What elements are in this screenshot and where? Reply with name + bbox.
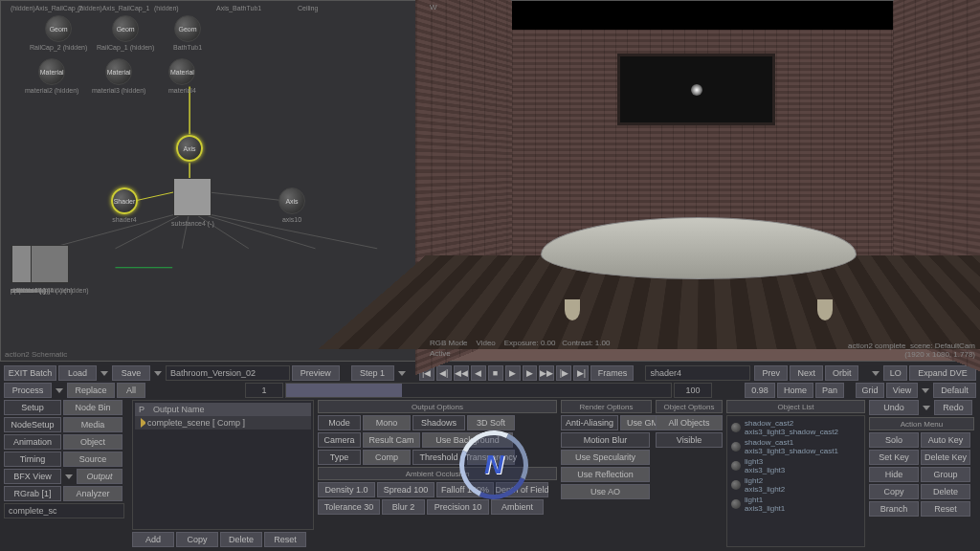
reset-button[interactable]: Reset <box>921 501 970 517</box>
transport-step-fwd-icon[interactable]: ▶ <box>523 365 538 381</box>
usebg-button[interactable]: Use Background <box>422 432 513 448</box>
transport-step-back-icon[interactable]: ◀ <box>471 365 486 381</box>
tab-nodebin[interactable]: Node Bin <box>63 400 122 415</box>
replace-button[interactable]: Replace <box>67 383 115 398</box>
node-substance[interactable]: substance4 (-) <box>171 178 214 227</box>
list-item[interactable]: light3axis3_light3 <box>729 456 862 475</box>
view-button[interactable]: View <box>886 383 918 398</box>
frames-button[interactable]: Frames <box>590 365 634 381</box>
dropdown-icon[interactable] <box>100 371 108 376</box>
tab-bfxview[interactable]: BFX View <box>4 469 61 484</box>
transport-next-icon[interactable]: ▶▶ <box>539 365 554 381</box>
dropdown-icon[interactable] <box>398 371 406 376</box>
process-button[interactable]: Process <box>4 383 52 398</box>
motionblur-button[interactable]: Motion Blur <box>561 432 650 448</box>
transport-stop-icon[interactable]: ■ <box>488 365 503 381</box>
usespec-button[interactable]: Use Specularity <box>561 450 650 465</box>
autokey-button[interactable]: Auto Key <box>921 432 970 448</box>
exit-batch-button[interactable]: EXIT Batch <box>4 365 56 381</box>
falloff-field[interactable]: Falloff 100% <box>436 482 494 497</box>
dropdown-icon[interactable] <box>922 388 929 393</box>
node-material[interactable]: Materialmaterial2 (hidden) <box>25 58 78 94</box>
all-objects-button[interactable]: All Objects <box>656 415 723 430</box>
dropdown-icon[interactable] <box>65 474 73 479</box>
zoom-field[interactable]: 0.98 <box>745 383 775 398</box>
scene-field[interactable]: complete_sc <box>4 503 124 518</box>
group-button[interactable]: Group <box>921 467 970 482</box>
visible-button[interactable]: Visible <box>656 432 723 448</box>
frame-end-field[interactable]: 100 <box>674 383 712 398</box>
add-button[interactable]: Add <box>132 532 174 547</box>
tab-source[interactable]: Source <box>63 452 122 467</box>
node-material[interactable]: Materialmaterial4 <box>168 58 196 94</box>
dropdown-icon[interactable] <box>923 406 930 410</box>
expand-dve-button[interactable]: Expand DVE <box>909 365 976 381</box>
spread-field[interactable]: Spread 100 <box>377 482 434 497</box>
tab-rgrab[interactable]: RGrab [1] <box>4 486 61 501</box>
precision-field[interactable]: Precision 10 <box>427 499 489 515</box>
tolerance-field[interactable]: Tolerance 30 <box>318 499 380 515</box>
dropdown-icon[interactable] <box>154 371 162 376</box>
grid-button[interactable]: Grid <box>856 383 884 398</box>
undo-button[interactable]: Undo <box>869 400 919 415</box>
density-field[interactable]: Density 1.0 <box>318 482 375 497</box>
dropdown-icon[interactable] <box>872 371 880 376</box>
tab-object[interactable]: Object <box>63 434 122 450</box>
node-displacement[interactable]: displacement4 (-) (hidden) <box>11 245 89 294</box>
transport-last-icon[interactable]: ▶| <box>573 365 589 381</box>
list-item[interactable]: shadow_cast1axis3_light3_shadow_cast1 <box>729 437 862 456</box>
pan-button[interactable]: Pan <box>815 383 844 398</box>
node-geom[interactable]: GeomRailCap_2 (hidden) <box>30 15 87 51</box>
scene-name-field[interactable]: Bathroom_Version_02 <box>166 365 290 381</box>
timeline-slider[interactable] <box>285 383 672 398</box>
delete-button[interactable]: Delete <box>220 532 262 547</box>
lo-button[interactable]: LO <box>883 365 907 381</box>
list-item[interactable]: shadow_cast2axis3_light3_shadow_cast2 <box>729 418 862 437</box>
copy-button[interactable]: Copy <box>869 484 919 499</box>
schematic-panel[interactable]: (hidden)Axis_RailCap_2 (hidden)Axis_Rail… <box>0 0 425 362</box>
copy-button[interactable]: Copy <box>176 532 218 547</box>
list-item[interactable]: light1axis3_light1 <box>729 495 862 514</box>
default-button[interactable]: Default <box>933 383 976 398</box>
delete-button[interactable]: Delete <box>921 484 970 499</box>
tab-timing[interactable]: Timing <box>4 452 61 467</box>
tab-analyzer[interactable]: Analyzer <box>63 486 122 501</box>
setkey-button[interactable]: Set Key <box>869 450 919 465</box>
dropdown-icon[interactable] <box>56 388 63 393</box>
useao-button[interactable]: Use AO <box>561 484 650 499</box>
next-button[interactable]: Next <box>790 365 823 381</box>
deletekey-button[interactable]: Delete Key <box>921 450 970 465</box>
transport-prev-icon[interactable]: ◀◀ <box>454 365 469 381</box>
mono-button[interactable]: Mono <box>363 415 411 430</box>
ambient-button[interactable]: Ambient <box>491 499 544 515</box>
redo-button[interactable]: Redo <box>934 400 972 415</box>
tab-nodesetup[interactable]: NodeSetup <box>4 417 61 432</box>
dof-button[interactable]: Depth of Field <box>496 482 548 497</box>
save-button[interactable]: Save <box>112 365 150 381</box>
node-geom[interactable]: GeomRailCap_1 (hidden) <box>97 15 154 51</box>
blur-field[interactable]: Blur 2 <box>382 499 425 515</box>
current-object-field[interactable]: shader4 <box>645 365 750 381</box>
node-shader[interactable]: Shadershader4 <box>111 187 138 223</box>
step-button[interactable]: Step 1 <box>351 365 394 381</box>
transport-play-icon[interactable]: ▶ <box>505 365 521 381</box>
node-geom[interactable]: GeomBathTub1 <box>173 15 202 51</box>
node-material[interactable]: Materialmaterial3 (hidden) <box>92 58 145 94</box>
tab-output[interactable]: Output <box>77 469 122 484</box>
resultcam-button[interactable]: Result Cam <box>363 432 420 448</box>
transport-next-key-icon[interactable]: |▶ <box>556 365 571 381</box>
output-list[interactable]: POutput Name complete_scene [ Comp ] <box>132 400 314 530</box>
aa-button[interactable]: Anti-Aliasing <box>561 415 618 430</box>
3dsoft-button[interactable]: 3D Soft <box>467 415 515 430</box>
transport-prev-key-icon[interactable]: ◀| <box>436 365 452 381</box>
object-list[interactable]: shadow_cast2axis3_light3_shadow_cast2 sh… <box>726 415 865 547</box>
tab-setup[interactable]: Setup <box>4 400 61 415</box>
comp-button[interactable]: Comp <box>363 450 411 465</box>
reset-button[interactable]: Reset <box>264 532 306 547</box>
load-button[interactable]: Load <box>58 365 97 381</box>
solo-button[interactable]: Solo <box>869 432 919 448</box>
output-item[interactable]: complete_scene [ Comp ] <box>135 416 311 430</box>
tab-animation[interactable]: Animation <box>4 434 61 450</box>
node-axis[interactable]: Axis <box>176 135 203 162</box>
home-button[interactable]: Home <box>777 383 813 398</box>
